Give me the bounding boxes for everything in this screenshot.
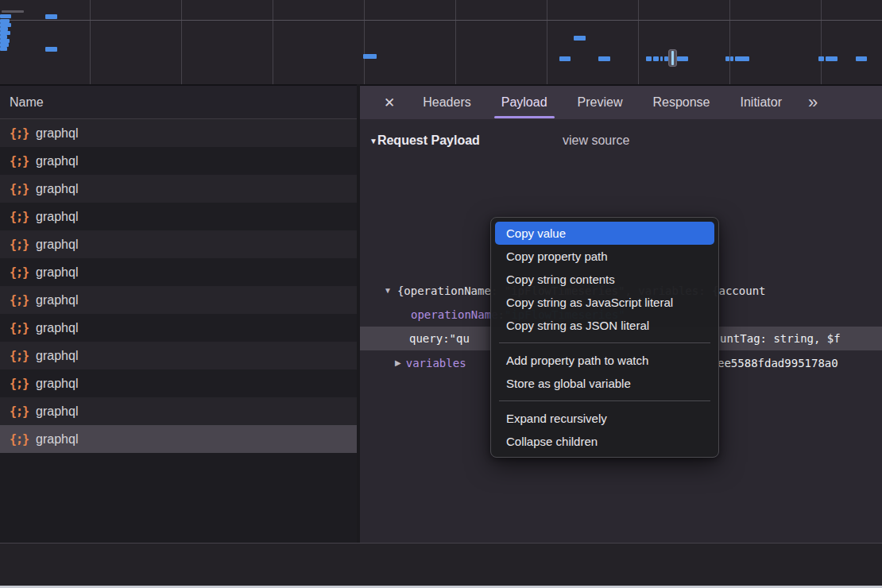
waterfall-bar[interactable] [730, 56, 733, 61]
waterfall-bar[interactable] [0, 47, 7, 51]
json-braces-icon: {;} [10, 265, 29, 280]
timeline-gridline [729, 0, 730, 84]
name-column-header[interactable]: Name [0, 86, 358, 119]
json-braces-icon: {;} [10, 154, 29, 168]
section-collapse-triangle-icon[interactable]: ▼ [369, 137, 377, 145]
table-row[interactable]: {;}graphql [0, 342, 358, 369]
timeline-gridline [273, 0, 273, 84]
context-menu-item[interactable]: Collapse children [495, 430, 714, 453]
context-menu-item[interactable]: Copy value [495, 222, 714, 245]
json-braces-icon: {;} [10, 377, 29, 391]
waterfall-bar[interactable] [856, 56, 867, 61]
request-name: graphql [36, 182, 78, 196]
timeline-gridline [455, 0, 456, 84]
table-row[interactable]: {;}graphql [0, 147, 358, 175]
timeline-gridline [821, 0, 822, 84]
timeline-gridline [90, 0, 91, 84]
close-icon: ✕ [384, 95, 395, 111]
waterfall-bar[interactable] [598, 56, 610, 61]
table-row[interactable]: {;}graphql [0, 203, 358, 230]
table-row[interactable]: {;}graphql [0, 369, 358, 397]
tab-response[interactable]: Response [637, 86, 725, 119]
context-menu-item[interactable]: Add property path to watch [495, 349, 714, 372]
view-source-link[interactable]: view source [563, 133, 629, 148]
request-name: graphql [36, 238, 78, 252]
waterfall-bar[interactable] [660, 56, 663, 61]
waterfall-bar[interactable] [677, 56, 688, 61]
request-name: graphql [36, 126, 78, 141]
tab-label: Payload [501, 95, 547, 110]
context-menu-item[interactable]: Store as global variable [495, 372, 714, 395]
table-row[interactable]: {;}graphql [0, 175, 358, 203]
menu-item-label: Copy string as JavaScript literal [506, 296, 673, 309]
table-row[interactable]: {;}graphql [0, 286, 358, 314]
selected-request-marker-line [671, 51, 674, 65]
waterfall-bar[interactable] [363, 54, 377, 59]
tab-payload[interactable]: Payload [486, 86, 563, 119]
context-menu-item[interactable]: Copy string as JSON literal [495, 314, 714, 337]
tab-initiator[interactable]: Initiator [725, 86, 797, 119]
query-value-fragment: untTag: string, $f [720, 332, 841, 345]
tab-preview[interactable]: Preview [563, 86, 638, 119]
network-overview-timeline[interactable] [0, 0, 882, 84]
tab-label: Initiator [741, 95, 782, 110]
waterfall-bar[interactable] [826, 56, 838, 61]
json-braces-icon: {;} [10, 432, 29, 447]
request-name: graphql [36, 293, 78, 308]
waterfall-bar[interactable] [0, 14, 11, 18]
json-braces-icon: {;} [10, 349, 29, 363]
waterfall-bar[interactable] [45, 47, 57, 52]
table-row[interactable]: {;}graphql [0, 119, 358, 147]
table-row[interactable]: {;}graphql [0, 425, 358, 453]
json-braces-icon: {;} [10, 238, 29, 252]
context-menu-item[interactable]: Copy string as JavaScript literal [495, 291, 714, 314]
tab-label: Response [652, 95, 710, 110]
request-list: {;}graphql{;}graphql{;}graphql{;}graphql… [0, 119, 358, 543]
waterfall-bar[interactable] [574, 36, 586, 41]
table-row[interactable]: {;}graphql [0, 258, 358, 286]
close-detail-button[interactable]: ✕ [360, 86, 408, 119]
property-value-partial: "qu [450, 332, 470, 345]
waterfall-bar[interactable] [735, 56, 749, 61]
json-braces-icon: {;} [10, 210, 29, 224]
menu-item-label: Collapse children [506, 435, 598, 448]
tab-headers[interactable]: Headers [408, 86, 485, 119]
menu-item-label: Store as global variable [506, 377, 631, 390]
timeline-gridline [638, 0, 639, 84]
collapse-triangle-icon[interactable]: ▼ [384, 286, 392, 295]
tab-label: Preview [578, 95, 623, 110]
waterfall-bar[interactable] [653, 56, 659, 61]
detail-tabbar: ✕ HeadersPayloadPreviewResponseInitiator… [360, 86, 882, 119]
waterfall-bar[interactable] [818, 56, 824, 61]
expand-triangle-icon[interactable]: ▶ [395, 358, 401, 367]
section-title: Request Payload [377, 133, 480, 148]
request-payload-section-header[interactable]: ▼ Request Payload view source [360, 130, 882, 152]
timeline-gridline [181, 0, 182, 84]
tab-label: Headers [423, 95, 470, 110]
request-name: graphql [36, 210, 78, 224]
request-name: graphql [36, 265, 78, 280]
waterfall-bar[interactable] [646, 56, 652, 61]
table-row[interactable]: {;}graphql [0, 314, 358, 342]
table-row[interactable]: {;}graphql [0, 230, 358, 258]
more-tabs-button[interactable]: » [797, 86, 827, 119]
request-name: graphql [36, 404, 78, 419]
status-bar [0, 544, 882, 586]
waterfall-bar[interactable] [725, 56, 729, 61]
menu-separator [499, 342, 710, 343]
table-row[interactable]: {;}graphql [0, 397, 358, 425]
waterfall-bar[interactable] [559, 56, 571, 61]
waterfall-bar[interactable] [45, 14, 57, 19]
property-key: query [409, 332, 443, 345]
waterfall-bar[interactable] [2, 10, 24, 13]
tab-strip: HeadersPayloadPreviewResponseInitiator [408, 86, 797, 119]
json-braces-icon: {;} [10, 404, 29, 419]
timeline-gridline-horizontal [0, 20, 882, 21]
request-name: graphql [36, 154, 78, 168]
context-menu-item[interactable]: Copy string contents [495, 268, 714, 291]
context-menu-item[interactable]: Copy property path [495, 245, 714, 268]
context-menu: Copy valueCopy property pathCopy string … [490, 217, 719, 458]
property-key: operationName [411, 308, 498, 321]
context-menu-item[interactable]: Expand recursively [495, 407, 714, 430]
request-name: graphql [36, 377, 78, 391]
